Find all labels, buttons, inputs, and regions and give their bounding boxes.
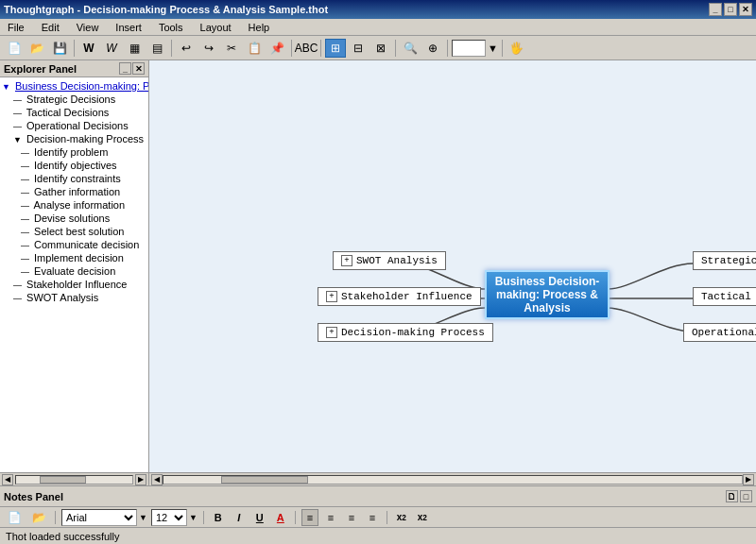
italic-toolbar-btn[interactable]: W bbox=[101, 39, 122, 58]
tree-item-root[interactable]: ▼ Business Decision-making: Pr... bbox=[2, 79, 146, 93]
tree-item-gather-info[interactable]: — Gather information bbox=[2, 185, 146, 198]
node-dm-process[interactable]: + Decision-making Process bbox=[318, 323, 493, 342]
save-button[interactable]: 💾 bbox=[49, 39, 70, 58]
canvas-area[interactable]: Business Decision-making: Process & Anal… bbox=[149, 60, 756, 472]
tree-item-strategic[interactable]: — Strategic Decisions bbox=[2, 93, 146, 106]
open-button[interactable]: 📂 bbox=[26, 39, 47, 58]
notes-italic-btn[interactable]: I bbox=[231, 509, 248, 526]
toolbar-sep-4 bbox=[320, 40, 321, 57]
menu-insert[interactable]: Insert bbox=[112, 21, 146, 34]
menu-help[interactable]: Help bbox=[245, 21, 274, 34]
format-btn-4[interactable]: ▤ bbox=[146, 39, 167, 58]
zoom-input[interactable]: 70% bbox=[452, 40, 486, 57]
node-swot[interactable]: + SWOT Analysis bbox=[333, 251, 446, 270]
layout-btn-3[interactable]: ⊠ bbox=[370, 39, 391, 58]
notes-file-btn[interactable]: 📄 bbox=[4, 508, 25, 527]
notes-panel-minimize-btn[interactable]: 🗋 bbox=[726, 490, 738, 502]
tree-arrow-gi: — bbox=[21, 188, 29, 197]
minimize-button[interactable]: _ bbox=[709, 3, 722, 16]
menu-edit[interactable]: Edit bbox=[38, 21, 63, 34]
format-btn-3[interactable]: ▦ bbox=[124, 39, 145, 58]
tree-arrow-operational: — bbox=[13, 122, 22, 131]
explorer-scroll-track[interactable] bbox=[15, 475, 133, 484]
tree-item-operational[interactable]: — Operational Decisions bbox=[2, 119, 146, 132]
explorer-scroll-thumb[interactable] bbox=[40, 476, 86, 484]
cut-button[interactable]: ✂ bbox=[221, 39, 242, 58]
new-button[interactable]: 📄 bbox=[4, 39, 25, 58]
layout-btn-2[interactable]: ⊟ bbox=[348, 39, 369, 58]
canvas-scroll-track[interactable] bbox=[163, 475, 743, 484]
menu-view[interactable]: View bbox=[73, 21, 103, 34]
paste-button[interactable]: 📌 bbox=[266, 39, 287, 58]
tree-item-communicate[interactable]: — Communicate decision bbox=[2, 238, 146, 251]
hand-tool-button[interactable]: 🖐 bbox=[507, 39, 527, 58]
redo-button[interactable]: ↪ bbox=[198, 39, 219, 58]
tree-item-identify-objectives[interactable]: — Identify objectives bbox=[2, 159, 146, 172]
panel-close-btn[interactable]: ✕ bbox=[132, 62, 145, 75]
horizontal-scrollbar-row: ◀ ▶ ◀ ▶ bbox=[0, 472, 756, 485]
expand-stakeholder[interactable]: + bbox=[326, 291, 337, 302]
expand-dm-process[interactable]: + bbox=[326, 327, 337, 338]
tree-arrow-strategic: — bbox=[13, 95, 22, 105]
copy-button[interactable]: 📋 bbox=[244, 39, 265, 58]
explorer-panel-title: Explorer Panel bbox=[4, 63, 77, 75]
node-tactical[interactable]: Tactical Decisions + bbox=[693, 287, 756, 306]
notes-align-right-btn[interactable]: ≡ bbox=[343, 509, 360, 526]
tree-item-evaluate[interactable]: — Evaluate decision bbox=[2, 264, 146, 278]
notes-justify-btn[interactable]: ≡ bbox=[364, 509, 381, 526]
tree-arrow-swot: — bbox=[13, 294, 22, 303]
menu-tools[interactable]: Tools bbox=[155, 21, 187, 34]
node-strategic[interactable]: Strategic Decisions + bbox=[693, 251, 756, 270]
zoom-in-button[interactable]: ⊕ bbox=[422, 39, 443, 58]
notes-bold-btn[interactable]: B bbox=[210, 509, 227, 526]
notes-font-select[interactable]: Arial bbox=[61, 509, 137, 526]
node-operational[interactable]: Operational Decisions + bbox=[683, 323, 756, 342]
tree-item-identify-problem[interactable]: — Identify problem bbox=[2, 145, 146, 159]
panel-minimize-btn[interactable]: _ bbox=[119, 62, 131, 75]
bold-toolbar-btn[interactable]: W bbox=[78, 39, 99, 58]
toolbar-sep-1 bbox=[74, 40, 75, 57]
tree-item-devise-solutions[interactable]: — Devise solutions bbox=[2, 212, 146, 225]
notes-sep-2 bbox=[203, 511, 204, 524]
tree-item-dm-process[interactable]: ▼ Decision-making Process bbox=[2, 132, 146, 145]
explorer-scroll-right[interactable]: ▶ bbox=[135, 474, 146, 485]
tree-item-select-best[interactable]: — Select best solution bbox=[2, 225, 146, 238]
tree-item-stakeholder[interactable]: — Stakeholder Influence bbox=[2, 278, 146, 291]
node-operational-label: Operational Decisions bbox=[692, 327, 756, 338]
canvas-scroll-left[interactable]: ◀ bbox=[151, 474, 163, 485]
undo-button[interactable]: ↩ bbox=[176, 39, 197, 58]
menu-file[interactable]: File bbox=[4, 21, 28, 34]
tree-item-implement[interactable]: — Implement decision bbox=[2, 251, 146, 264]
notes-align-center-btn[interactable]: ≡ bbox=[322, 509, 339, 526]
close-button[interactable]: ✕ bbox=[739, 3, 752, 16]
node-stakeholder[interactable]: + Stakeholder Influence bbox=[318, 287, 481, 306]
zoom-out-button[interactable]: 🔍 bbox=[400, 39, 421, 58]
notes-panel-title: Notes Panel bbox=[4, 491, 63, 502]
layout-btn-1[interactable]: ⊞ bbox=[325, 39, 346, 58]
notes-size-select[interactable]: 12 bbox=[151, 509, 187, 526]
canvas-scroll-right[interactable]: ▶ bbox=[743, 474, 754, 485]
node-stakeholder-label: Stakeholder Influence bbox=[341, 291, 472, 302]
node-swot-label: SWOT Analysis bbox=[356, 255, 438, 266]
tree-item-swot[interactable]: — SWOT Analysis bbox=[2, 291, 146, 304]
zoom-dropdown-arrow[interactable]: ▼ bbox=[488, 42, 498, 54]
notes-panel-float-btn[interactable]: □ bbox=[740, 490, 752, 502]
notes-color-btn[interactable]: A bbox=[272, 509, 289, 526]
tree-item-identify-constraints[interactable]: — Identify constraints bbox=[2, 172, 146, 185]
notes-underline-btn[interactable]: U bbox=[251, 509, 268, 526]
notes-font-arrow: ▼ bbox=[139, 513, 147, 522]
notes-align-left-btn[interactable]: ≡ bbox=[301, 509, 318, 526]
center-node[interactable]: Business Decision-making: Process & Anal… bbox=[485, 270, 610, 319]
notes-open-btn[interactable]: 📂 bbox=[28, 508, 49, 527]
menu-layout[interactable]: Layout bbox=[197, 21, 235, 34]
maximize-button[interactable]: □ bbox=[724, 3, 737, 16]
notes-superscript-btn[interactable]: x2 bbox=[393, 509, 410, 526]
canvas-scroll-thumb[interactable] bbox=[221, 476, 308, 484]
tree-label-sb: Select best solution bbox=[34, 226, 124, 237]
spellcheck-button[interactable]: ABC bbox=[296, 39, 317, 58]
tree-item-analyse-info[interactable]: — Analyse information bbox=[2, 198, 146, 212]
tree-item-tactical[interactable]: — Tactical Decisions bbox=[2, 106, 146, 119]
expand-swot[interactable]: + bbox=[341, 255, 352, 266]
notes-subscript-btn[interactable]: x2 bbox=[414, 509, 431, 526]
explorer-scroll-left[interactable]: ◀ bbox=[2, 474, 13, 485]
